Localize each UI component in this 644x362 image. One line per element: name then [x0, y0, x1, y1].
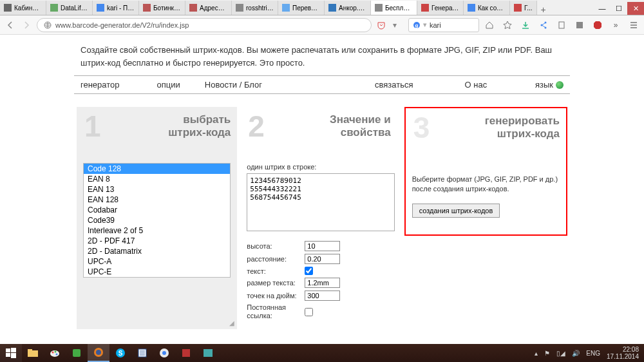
globe-icon: [44, 21, 52, 29]
browser-tab[interactable]: Адреса м...: [185, 1, 232, 15]
nav-language[interactable]: язык: [535, 80, 564, 90]
barcode-type-option[interactable]: Code 128: [84, 164, 230, 174]
browser-tab[interactable]: Кабинет |...: [0, 1, 46, 15]
tray-language[interactable]: ENG: [586, 350, 600, 357]
nav-about[interactable]: О нас: [465, 80, 488, 90]
adblock-icon[interactable]: [592, 20, 603, 30]
task-word[interactable]: [131, 344, 153, 362]
share-icon[interactable]: [538, 20, 549, 30]
browser-tab[interactable]: rosshtrih...: [232, 1, 278, 15]
textsize-input[interactable]: [305, 278, 340, 288]
svg-rect-0: [4, 4, 12, 12]
task-filezilla[interactable]: [175, 344, 197, 362]
task-txt[interactable]: [197, 344, 219, 362]
barcode-type-option[interactable]: 2D - Datamatrix: [84, 246, 230, 256]
barcode-type-listbox[interactable]: Code 128EAN 8EAN 13EAN 128CodabarCode39I…: [83, 163, 231, 278]
barcode-type-option[interactable]: 2D - PDF 417: [84, 236, 230, 246]
menu-icon[interactable]: [629, 20, 639, 30]
browser-tab[interactable]: Генерато...: [417, 1, 464, 15]
browser-tab[interactable]: Ботинки ...: [139, 1, 185, 15]
pocket-icon[interactable]: [377, 21, 388, 30]
browser-tab[interactable]: Бесплатн...: [371, 1, 417, 15]
window-minimize[interactable]: —: [594, 2, 611, 15]
new-tab-button[interactable]: +: [537, 5, 550, 15]
text-checkbox[interactable]: [305, 267, 313, 275]
tray-clock[interactable]: 22:08 17.11.2014: [607, 346, 639, 360]
svg-rect-24: [11, 353, 16, 358]
browser-tab[interactable]: Г...: [510, 1, 537, 15]
nav-back-button[interactable]: [5, 19, 16, 31]
svg-rect-10: [468, 4, 475, 12]
browser-tab[interactable]: kari - По...: [93, 1, 139, 15]
task-chrome[interactable]: [153, 344, 175, 362]
url-field[interactable]: www.barcode-generator.de/V2/ru/index.jsp: [37, 18, 372, 32]
task-skype[interactable]: S: [109, 344, 131, 362]
tray-flag-icon[interactable]: ⚑: [544, 350, 550, 357]
clip-icon[interactable]: [556, 20, 567, 30]
tray-volume-icon[interactable]: 🔊: [572, 350, 580, 357]
tab-label: rosshtrih...: [246, 5, 274, 12]
favicon-icon: [97, 4, 104, 12]
permalink-checkbox[interactable]: [305, 308, 313, 316]
step2-panel: 2 Значение и свойства один штрих в строк…: [247, 107, 394, 329]
generate-button[interactable]: создания штрих-кодов: [412, 204, 500, 218]
distance-input[interactable]: [305, 254, 340, 264]
tray-up-icon[interactable]: ▴: [535, 350, 538, 357]
favicon-icon: [282, 4, 290, 12]
window-close[interactable]: ✕: [627, 2, 644, 15]
svg-rect-11: [514, 4, 522, 12]
addon1-icon[interactable]: [574, 20, 585, 30]
browser-tab[interactable]: Анкор. К...: [325, 1, 371, 15]
favicon-icon: [375, 4, 383, 12]
nav-generator[interactable]: генератор: [80, 80, 120, 90]
step3-number: 3: [413, 111, 430, 145]
taskbar: S ▴ ⚑ ▯◢ 🔊 ENG 22:08 17.11.2014: [0, 344, 644, 362]
search-text: kari: [430, 21, 441, 29]
favicon-icon: [143, 4, 151, 12]
favicon-icon: [421, 4, 429, 12]
step2-title-line1: Значение и: [247, 113, 390, 126]
nav-contact[interactable]: связаться: [375, 80, 413, 90]
task-paint[interactable]: [44, 344, 66, 362]
download-icon[interactable]: [520, 20, 531, 30]
start-button[interactable]: [0, 344, 22, 362]
step2-title-line2: свойства: [247, 126, 390, 139]
nav-options[interactable]: опции: [157, 80, 180, 90]
dropdown-icon[interactable]: ▾: [393, 21, 404, 30]
nav-forward-button[interactable]: [21, 19, 32, 31]
svg-rect-6: [282, 4, 290, 12]
barcode-type-option[interactable]: Interleave 2 of 5: [84, 225, 230, 236]
step3-description: Выберите формат (JPG, GIF, ZIP, PDF и др…: [412, 175, 560, 195]
dpi-input[interactable]: [305, 291, 340, 301]
page-viewport: Создайте свой собственный штрих-кодов. В…: [0, 35, 644, 344]
tab-label: Г...: [524, 5, 533, 12]
home-icon[interactable]: [484, 20, 495, 30]
barcode-type-option[interactable]: Codabar: [84, 205, 230, 215]
svg-rect-21: [6, 348, 10, 352]
tray-network-icon[interactable]: ▯◢: [556, 350, 565, 357]
barcode-type-option[interactable]: UPC-E: [84, 267, 230, 277]
barcode-type-option[interactable]: EAN 8: [84, 174, 230, 184]
task-explorer[interactable]: [22, 344, 44, 362]
barcode-type-option[interactable]: EAN 13: [84, 184, 230, 195]
browser-tab-strip: Кабинет |...DataLife ...kari - По...Боти…: [0, 0, 644, 15]
svg-text:S: S: [118, 350, 123, 357]
task-firefox[interactable]: [88, 344, 109, 362]
tab-label: Бесплатн...: [385, 5, 413, 12]
task-evernote[interactable]: [66, 344, 88, 362]
barcode-type-option[interactable]: UPC-A: [84, 256, 230, 267]
browser-tab[interactable]: DataLife ...: [46, 1, 93, 15]
bookmark-icon[interactable]: [502, 20, 513, 30]
barcode-type-option[interactable]: EAN 128: [84, 195, 230, 205]
overflow-icon[interactable]: »: [611, 20, 621, 30]
browser-tab[interactable]: Как созд...: [464, 1, 510, 15]
barcode-values-textarea[interactable]: [247, 173, 394, 231]
browser-tab[interactable]: Перевод...: [278, 1, 325, 15]
barcode-type-option[interactable]: Code39: [84, 215, 230, 225]
resize-grip-icon[interactable]: ◢: [229, 319, 234, 327]
window-maximize[interactable]: ☐: [611, 2, 627, 15]
search-box[interactable]: g ▾ kari: [408, 18, 479, 32]
height-input[interactable]: [305, 241, 340, 251]
nav-news[interactable]: Новости / Блог: [205, 80, 262, 90]
favicon-icon: [50, 4, 58, 12]
